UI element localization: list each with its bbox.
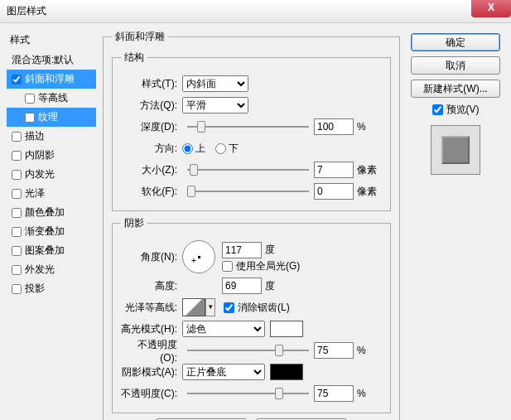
depth-input[interactable] xyxy=(314,118,354,135)
window-title: 图层样式 xyxy=(7,4,46,18)
soften-label: 软化(F): xyxy=(121,185,182,199)
direction-label: 方向: xyxy=(121,142,182,156)
sidebar-item-0[interactable]: 混合选项:默认 xyxy=(7,51,96,70)
sidebar-item-9[interactable]: 渐变叠加 xyxy=(7,222,96,241)
depth-label: 深度(D): xyxy=(121,120,182,134)
sidebar-item-7[interactable]: 光泽 xyxy=(7,184,96,203)
style-select[interactable]: 内斜面 xyxy=(182,75,248,92)
sidebar-item-6[interactable]: 内发光 xyxy=(7,165,96,184)
style-label: 样式(T): xyxy=(121,77,182,91)
sidebar-item-5[interactable]: 内阴影 xyxy=(7,146,96,165)
sh-opacity-label: 不透明度(C): xyxy=(121,387,182,401)
shadow-group: 阴影 角度(N): + 度 使用全局光(G) 高度: xyxy=(112,216,391,413)
size-input[interactable] xyxy=(314,162,354,178)
structure-group: 结构 样式(T): 内斜面 方法(Q): 平滑 深度(D): % 方向: xyxy=(112,51,391,211)
sidebar-item-12[interactable]: 投影 xyxy=(7,279,96,298)
highlight-mode-label: 高光模式(H): xyxy=(121,322,182,336)
global-light-checkbox[interactable]: 使用全局光(G) xyxy=(222,259,300,273)
sidebar-header: 样式 xyxy=(7,30,96,51)
method-select[interactable]: 平滑 xyxy=(182,97,248,113)
shadow-color-swatch[interactable] xyxy=(270,364,303,380)
hi-opacity-label: 不透明度(O): xyxy=(121,338,182,364)
ok-button[interactable]: 确定 xyxy=(411,33,500,51)
sidebar-item-3[interactable]: 纹理 xyxy=(7,108,96,127)
soften-slider[interactable] xyxy=(187,184,309,199)
bevel-group: 斜面和浮雕 结构 样式(T): 内斜面 方法(Q): 平滑 深度(D): % xyxy=(103,30,400,420)
sidebar-item-4[interactable]: 描边 xyxy=(7,127,96,146)
hi-opacity-input[interactable] xyxy=(314,342,354,359)
styles-sidebar: 样式 混合选项:默认斜面和浮雕等高线纹理描边内阴影内发光光泽颜色叠加渐变叠加图案… xyxy=(7,30,96,413)
hi-opacity-slider[interactable] xyxy=(187,343,309,358)
sidebar-item-1[interactable]: 斜面和浮雕 xyxy=(7,70,96,89)
sh-opacity-input[interactable] xyxy=(314,385,354,402)
angle-dial[interactable]: + xyxy=(182,240,215,273)
dir-down-radio[interactable]: 下 xyxy=(215,142,239,156)
highlight-mode-select[interactable]: 滤色 xyxy=(182,321,265,337)
size-label: 大小(Z): xyxy=(121,163,182,177)
size-slider[interactable] xyxy=(187,162,309,177)
method-label: 方法(Q): xyxy=(121,99,182,113)
bevel-legend: 斜面和浮雕 xyxy=(112,30,168,44)
preview-checkbox[interactable]: 预览(V) xyxy=(432,103,480,117)
angle-input[interactable] xyxy=(222,242,262,258)
highlight-color-swatch[interactable] xyxy=(270,321,303,337)
shadow-mode-select[interactable]: 正片叠底 xyxy=(182,364,265,380)
sh-opacity-slider[interactable] xyxy=(187,386,309,401)
sidebar-item-11[interactable]: 外发光 xyxy=(7,260,96,279)
sidebar-item-10[interactable]: 图案叠加 xyxy=(7,241,96,260)
sidebar-item-2[interactable]: 等高线 xyxy=(7,89,96,108)
antialias-checkbox[interactable]: 消除锯齿(L) xyxy=(224,301,290,315)
altitude-label: 高度: xyxy=(121,279,182,293)
gloss-contour[interactable] xyxy=(182,298,205,316)
new-style-button[interactable]: 新建样式(W)... xyxy=(411,80,500,98)
dir-up-radio[interactable]: 上 xyxy=(182,142,205,156)
gloss-dropdown[interactable]: ▾ xyxy=(205,298,215,316)
close-button[interactable]: X xyxy=(471,0,511,17)
soften-input[interactable] xyxy=(314,183,354,200)
preview-thumbnail xyxy=(431,125,480,175)
gloss-label: 光泽等高线: xyxy=(121,301,182,315)
shadow-mode-label: 阴影模式(A): xyxy=(121,365,182,379)
angle-label: 角度(N): xyxy=(121,250,182,264)
sidebar-item-8[interactable]: 颜色叠加 xyxy=(7,203,96,222)
depth-slider[interactable] xyxy=(187,119,309,134)
cancel-button[interactable]: 取消 xyxy=(411,56,500,75)
altitude-input[interactable] xyxy=(222,278,262,294)
